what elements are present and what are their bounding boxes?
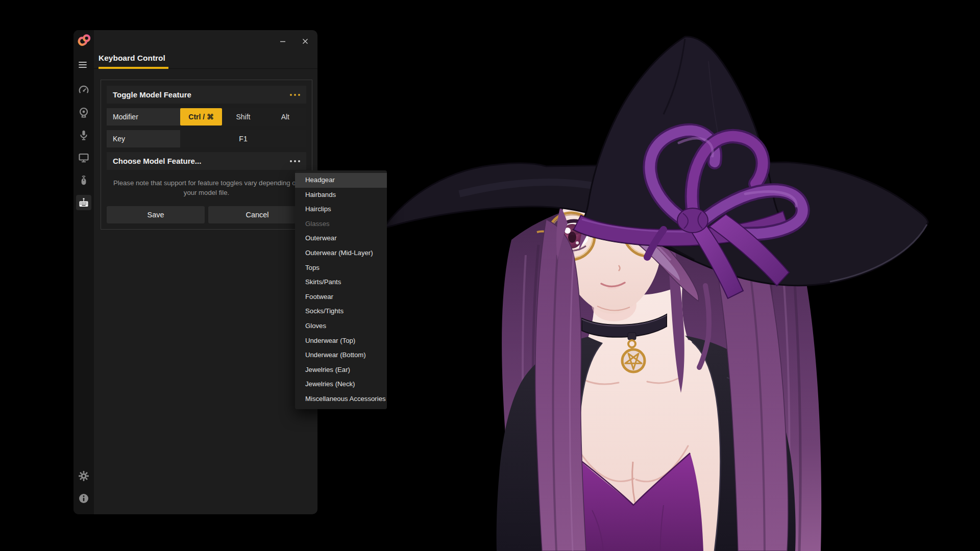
settings-window: Keyboard Control Toggle Model Feature Mo… (74, 30, 317, 514)
dropdown-item[interactable]: Tops (295, 261, 387, 276)
sidebar (74, 30, 94, 514)
titlebar (94, 30, 317, 53)
modifier-segmented-control: Ctrl / ⌘ShiftAlt (180, 108, 306, 126)
settings-button[interactable] (76, 468, 91, 484)
minimize-button[interactable] (275, 34, 291, 49)
close-button[interactable] (297, 34, 313, 49)
gear-icon (78, 470, 90, 482)
dropdown-item[interactable]: Footwear (295, 290, 387, 305)
dropdown-item[interactable]: Miscellaneous Accessories (295, 392, 387, 407)
microphone-icon (78, 129, 90, 141)
more-options-icon[interactable] (290, 94, 300, 96)
dropdown-item: Glasses (295, 217, 387, 232)
sidebar-bottom (76, 465, 91, 510)
webcam-icon (78, 107, 90, 119)
close-icon (300, 36, 310, 46)
sidebar-item-camera[interactable] (76, 105, 91, 120)
modifier-label: Modifier (107, 108, 180, 126)
dropdown-item[interactable]: Hairbands (295, 188, 387, 203)
section-title: Choose Model Feature... (113, 157, 201, 165)
tab-keyboard-control[interactable]: Keyboard Control (99, 53, 168, 69)
menu-toggle-button[interactable] (77, 59, 91, 73)
dropdown-item[interactable]: Underwear (Top) (295, 334, 387, 348)
minimize-icon (278, 36, 288, 46)
dropdown-item[interactable]: Outerwear (Mid-Layer) (295, 246, 387, 261)
dropdown-item[interactable]: Socks/Tights (295, 304, 387, 319)
modifier-option[interactable]: Ctrl / ⌘ (180, 108, 222, 126)
model-feature-dropdown: HeadgearHairbandsHairclipsGlassesOuterwe… (295, 170, 387, 409)
monitor-icon (78, 152, 90, 164)
window-content: Keyboard Control Toggle Model Feature Mo… (94, 30, 317, 514)
support-note: Please note that support for feature tog… (108, 178, 305, 197)
modifier-row: Modifier Ctrl / ⌘ShiftAlt (107, 108, 306, 126)
hamburger-icon (77, 59, 89, 71)
dropdown-item[interactable]: Headgear (295, 173, 387, 188)
app-logo-icon (76, 33, 92, 49)
more-options-icon[interactable] (290, 160, 300, 162)
section-title: Toggle Model Feature (113, 90, 191, 99)
sidebar-item-keyboard[interactable] (76, 195, 91, 210)
dropdown-item[interactable]: Outerwear (295, 231, 387, 246)
sidebar-item-mouse[interactable] (76, 172, 91, 188)
app-stage: Keyboard Control Toggle Model Feature Mo… (0, 0, 980, 551)
section-choose-model-feature[interactable]: Choose Model Feature... (107, 152, 306, 170)
mouse-icon (78, 174, 90, 186)
form-actions: Save Cancel (107, 206, 306, 223)
gauge-icon (78, 84, 90, 96)
info-icon (78, 492, 90, 505)
dropdown-item[interactable]: Gloves (295, 319, 387, 334)
sidebar-nav (76, 79, 91, 214)
modifier-option[interactable]: Alt (264, 108, 306, 126)
key-binding-field[interactable]: F1 (180, 130, 306, 147)
key-label: Key (107, 130, 180, 147)
dropdown-item[interactable]: Jewelries (Neck) (295, 377, 387, 392)
section-toggle-model-feature: Toggle Model Feature (107, 86, 306, 104)
cancel-button[interactable]: Cancel (208, 206, 306, 223)
dropdown-item[interactable]: Jewelries (Ear) (295, 363, 387, 378)
keyboard-icon (78, 196, 90, 209)
sidebar-item-dashboard[interactable] (76, 83, 91, 98)
modifier-option[interactable]: Shift (222, 108, 264, 126)
tab-bar: Keyboard Control (94, 53, 317, 69)
save-button[interactable]: Save (107, 206, 205, 223)
sidebar-item-display[interactable] (76, 150, 91, 165)
dropdown-item[interactable]: Hairclips (295, 202, 387, 217)
about-button[interactable] (76, 491, 91, 506)
character-render (306, 0, 980, 551)
dropdown-item[interactable]: Underwear (Bottom) (295, 348, 387, 363)
hotkey-form-panel: Toggle Model Feature Modifier Ctrl / ⌘Sh… (101, 80, 312, 230)
sidebar-item-microphone[interactable] (76, 128, 91, 143)
dropdown-item[interactable]: Skirts/Pants (295, 275, 387, 290)
key-row: Key F1 (107, 130, 306, 147)
